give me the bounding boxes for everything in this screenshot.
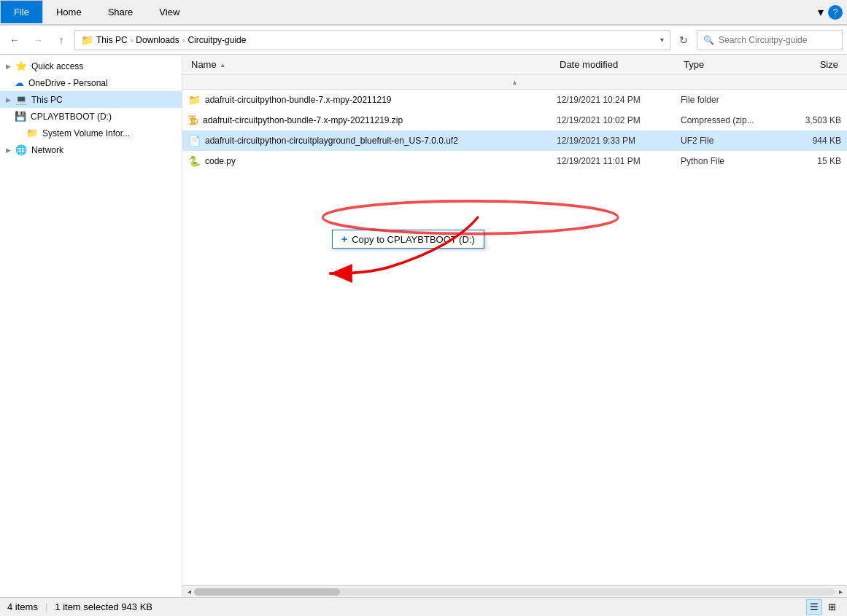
refresh-button[interactable]: ↻ (673, 30, 694, 50)
path-part-downloads: Downloads (136, 35, 179, 45)
search-input[interactable] (719, 35, 836, 45)
forward-button[interactable]: → (28, 30, 48, 50)
file-name-1: adafruit-circuitpython-bundle-7.x-mpy-20… (205, 95, 557, 105)
system-volume-icon: 📁 (26, 128, 38, 139)
quick-access-expand-icon: ▶ (6, 63, 11, 70)
search-box: 🔍 (697, 30, 843, 50)
file-date-2: 12/19/2021 10:02 PM (557, 115, 681, 125)
status-sep: | (45, 601, 47, 612)
drag-tooltip: + Copy to CPLAYBTBOOT (D:) (332, 230, 484, 249)
file-type-1: File folder (681, 95, 776, 105)
sidebar: ▶ ⭐ Quick access ☁ OneDrive - Personal ▶… (0, 55, 182, 597)
path-sep-1: › (131, 36, 134, 44)
file-icon-zip: 🗜 (188, 114, 198, 126)
file-icon-py: 🐍 (188, 155, 201, 167)
quick-access-label: Quick access (31, 61, 83, 71)
tab-share-label: Share (108, 7, 134, 17)
address-bar: ← → ↑ 📁 This PC › Downloads › Circuitpy-… (0, 26, 847, 55)
file-date-3: 12/19/2021 9:33 PM (557, 136, 681, 146)
this-pc-icon: 💻 (15, 94, 27, 105)
col-name-sort-icon: ▲ (220, 61, 226, 69)
col-size-header[interactable]: Size (776, 59, 841, 70)
search-icon: 🔍 (703, 35, 714, 45)
file-size-4: 15 KB (776, 156, 841, 166)
network-expand-icon: ▶ (6, 147, 11, 154)
file-name-4: code.py (205, 156, 557, 166)
path-part-this-pc: This PC (96, 35, 128, 45)
tab-view[interactable]: View (146, 0, 193, 24)
scroll-up-icon: ▲ (511, 79, 518, 86)
file-type-3: UF2 File (681, 136, 776, 146)
file-date-1: 12/19/2021 10:24 PM (557, 95, 681, 105)
col-date-header[interactable]: Date modified (557, 59, 681, 70)
col-type-label: Type (684, 59, 704, 70)
quick-access-icon: ⭐ (15, 61, 27, 71)
file-size-3: 944 KB (776, 136, 841, 146)
cplaybtboot-label: CPLAYBTBOOT (D:) (31, 112, 112, 122)
file-icon-folder: 📁 (188, 94, 201, 106)
cplaybtboot-icon: 💾 (15, 111, 26, 122)
scroll-thumb[interactable] (194, 588, 340, 596)
sidebar-item-network[interactable]: ▶ 🌐 Network (0, 141, 182, 158)
system-volume-label: System Volume Infor... (42, 128, 130, 139)
tab-file-label: File (14, 7, 29, 17)
file-row-2[interactable]: 🗜 adafruit-circuitpython-bundle-7.x-mpy-… (182, 110, 847, 130)
tab-file[interactable]: File (0, 0, 43, 24)
onedrive-icon: ☁ (15, 77, 24, 88)
col-name-label: Name (191, 59, 217, 70)
file-name-2: adafruit-circuitpython-bundle-7.x-mpy-20… (203, 115, 557, 125)
view-list-icon: ☰ (810, 601, 819, 612)
selected-info: 1 item selected 943 KB (55, 601, 152, 612)
this-pc-expand-icon: ▶ (6, 96, 11, 104)
file-size-2: 3,503 KB (776, 115, 841, 125)
col-size-label: Size (820, 59, 838, 70)
network-label: Network (31, 145, 63, 155)
path-part-circuitpy: Circuitpy-guide (187, 35, 246, 45)
sidebar-item-system-volume[interactable]: 📁 System Volume Infor... (0, 125, 182, 141)
ribbon-tabs: File Home Share View ▾ ? (0, 0, 847, 25)
col-name-header[interactable]: Name ▲ (188, 59, 557, 70)
scroll-right-arrow[interactable]: ▸ (835, 587, 846, 597)
file-row-3[interactable]: 📄 adafruit-circuitpython-circuitplaygrou… (182, 130, 847, 151)
address-path[interactable]: 📁 This PC › Downloads › Circuitpy-guide … (74, 30, 670, 50)
file-row-4[interactable]: 🐍 code.py 12/19/2021 11:01 PM Python Fil… (182, 151, 847, 171)
sidebar-item-this-pc[interactable]: ▶ 💻 This PC (0, 91, 182, 108)
file-icon-uf2: 📄 (188, 135, 201, 147)
file-list-header: Name ▲ Date modified Type Size (182, 55, 847, 75)
horizontal-scrollbar[interactable]: ◂ ▸ (182, 585, 847, 597)
scroll-left-arrow[interactable]: ◂ (184, 587, 194, 597)
tab-share[interactable]: Share (95, 0, 147, 24)
sidebar-item-quick-access[interactable]: ▶ ⭐ Quick access (0, 58, 182, 74)
status-bar: 4 items | 1 item selected 943 KB ☰ ⊞ (0, 597, 847, 616)
view-list-button[interactable]: ☰ (806, 599, 822, 615)
sidebar-item-onedrive[interactable]: ☁ OneDrive - Personal (0, 74, 182, 91)
scroll-up-button[interactable]: ▲ (182, 75, 847, 90)
ribbon-expand-icon[interactable]: ▾ (813, 5, 828, 19)
file-date-4: 12/19/2021 11:01 PM (557, 156, 681, 166)
file-type-4: Python File (681, 156, 776, 166)
onedrive-label: OneDrive - Personal (28, 78, 108, 88)
scroll-track[interactable] (194, 588, 835, 596)
tab-home-label: Home (56, 7, 82, 17)
drag-tooltip-label: Copy to CPLAYBTBOOT (D:) (352, 234, 475, 245)
path-folder-icon: 📁 (81, 34, 93, 46)
path-chevron: ▾ (660, 36, 664, 44)
drag-plus-icon: + (341, 233, 347, 245)
up-button[interactable]: ↑ (51, 30, 71, 50)
file-name-3: adafruit-circuitpython-circuitplayground… (205, 136, 557, 146)
view-grid-button[interactable]: ⊞ (824, 599, 840, 615)
col-type-header[interactable]: Type (681, 59, 776, 70)
file-row-1[interactable]: 📁 adafruit-circuitpython-bundle-7.x-mpy-… (182, 90, 847, 110)
file-list: Name ▲ Date modified Type Size ▲ 📁 (182, 55, 847, 585)
item-count: 4 items (7, 601, 38, 612)
sidebar-item-cplaybtboot[interactable]: 💾 CPLAYBTBOOT (D:) (0, 108, 182, 125)
tab-view-label: View (159, 7, 179, 17)
tab-home[interactable]: Home (43, 0, 95, 24)
view-icons: ☰ ⊞ (806, 599, 840, 615)
help-icon[interactable]: ? (828, 5, 843, 20)
path-sep-2: › (182, 36, 185, 44)
col-date-label: Date modified (560, 59, 618, 70)
ribbon-expand: ▾ ? (809, 0, 847, 24)
main-layout: ▶ ⭐ Quick access ☁ OneDrive - Personal ▶… (0, 55, 847, 597)
back-button[interactable]: ← (4, 30, 25, 50)
